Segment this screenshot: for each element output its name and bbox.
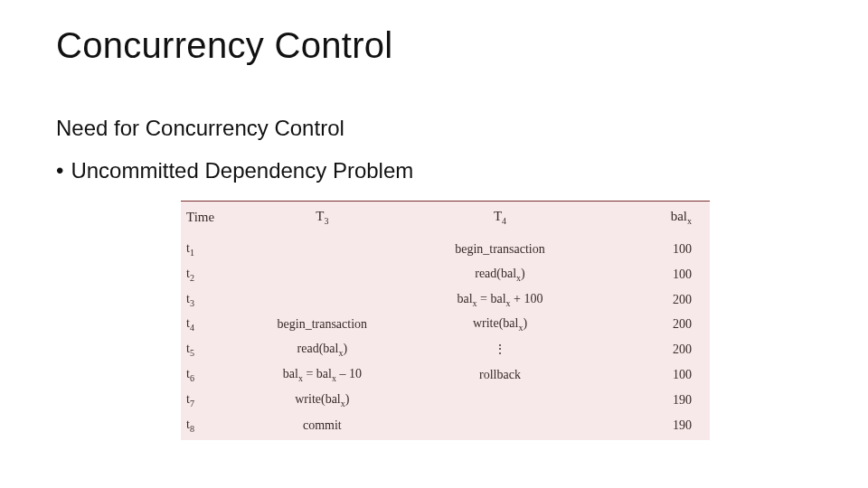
cell-t4 [400, 388, 600, 413]
bullet-text: Uncommitted Dependency Problem [71, 158, 413, 183]
cell-bal: 100 [600, 237, 710, 262]
cell-t3 [245, 262, 400, 287]
table-row: t4begin_transactionwrite(balx)200 [181, 312, 710, 337]
cell-bal: 200 [600, 312, 710, 337]
cell-t4: write(balx) [400, 312, 600, 337]
cell-bal: 200 [600, 287, 710, 313]
cell-bal: 200 [600, 337, 710, 362]
th-t3: T3 [245, 202, 400, 237]
cell-time: t2 [181, 262, 245, 287]
table-row: t2read(balx)100 [181, 262, 710, 287]
cell-time: t4 [181, 312, 245, 337]
th-t4: T4 [400, 202, 600, 237]
cell-bal: 100 [600, 362, 710, 388]
th-time: Time [181, 202, 245, 237]
slide-subtitle: Need for Concurrency Control [56, 116, 344, 141]
cell-t3 [245, 287, 400, 313]
table-row: t5read(balx)⋮200 [181, 337, 710, 362]
cell-time: t7 [181, 388, 245, 413]
table-header-row: Time T3 T4 balx [181, 202, 710, 237]
cell-time: t6 [181, 362, 245, 388]
cell-t4: rollback [400, 362, 600, 388]
th-bal: balx [600, 202, 710, 237]
table-row: t7write(balx)190 [181, 388, 710, 413]
bullet-marker: • [56, 158, 63, 183]
slide: Concurrency Control Need for Concurrency… [0, 0, 868, 488]
cell-t3: balx = balx – 10 [245, 362, 400, 388]
cell-t3: write(balx) [245, 388, 400, 413]
cell-bal: 190 [600, 413, 710, 441]
table-row: t1begin_transaction100 [181, 237, 710, 262]
cell-bal: 100 [600, 262, 710, 287]
cell-time: t1 [181, 237, 245, 262]
transaction-table: Time T3 T4 balx t1begin_transaction100t2… [181, 201, 710, 440]
cell-t4: read(balx) [400, 262, 600, 287]
cell-t3: commit [245, 413, 400, 441]
cell-time: t8 [181, 413, 245, 441]
cell-time: t3 [181, 287, 245, 313]
table-row: t3balx = balx + 100200 [181, 287, 710, 313]
table-row: t6balx = balx – 10rollback100 [181, 362, 710, 388]
cell-t4 [400, 413, 600, 441]
cell-time: t5 [181, 337, 245, 362]
bullet-item: •Uncommitted Dependency Problem [56, 158, 413, 183]
slide-title: Concurrency Control [56, 25, 393, 66]
table-row: t8commit190 [181, 413, 710, 441]
table-body: t1begin_transaction100t2read(balx)100t3b… [181, 237, 710, 440]
cell-t3: begin_transaction [245, 312, 400, 337]
cell-t4: balx = balx + 100 [400, 287, 600, 313]
cell-bal: 190 [600, 388, 710, 413]
cell-t3 [245, 237, 400, 262]
cell-t4: ⋮ [400, 337, 600, 362]
cell-t3: read(balx) [245, 337, 400, 362]
cell-t4: begin_transaction [400, 237, 600, 262]
